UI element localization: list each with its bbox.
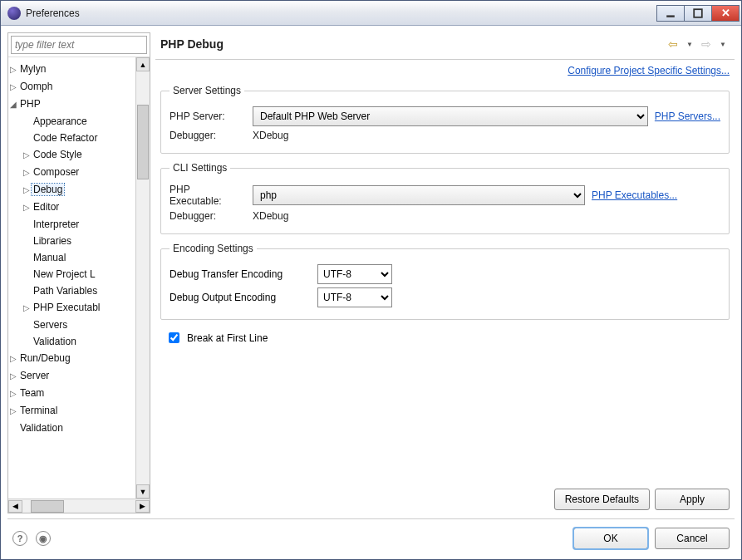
tree-item-manual[interactable]: Manual	[32, 252, 67, 263]
window-buttons: ✕	[657, 5, 740, 22]
break-first-line-label: Break at First Line	[187, 332, 268, 344]
window-title: Preferences	[26, 7, 80, 19]
tree-item-path-variables[interactable]: Path Variables	[32, 285, 99, 297]
restore-defaults-button[interactable]: Restore Defaults	[554, 489, 650, 510]
ok-button[interactable]: OK	[573, 528, 648, 549]
expand-icon[interactable]: ▷	[22, 199, 32, 216]
apply-button[interactable]: Apply	[655, 489, 730, 510]
expand-icon[interactable]: ▷	[8, 368, 18, 385]
collapse-icon[interactable]: ◢	[8, 96, 18, 113]
server-settings-legend: Server Settings	[170, 85, 244, 96]
cancel-button[interactable]: Cancel	[655, 528, 730, 549]
php-executable-select[interactable]: php	[253, 185, 585, 205]
tree-vscrollbar[interactable]: ▲ ▼	[135, 57, 150, 499]
expand-icon[interactable]: ▷	[22, 165, 32, 181]
tree-item-interpreter[interactable]: Interpreter	[32, 219, 81, 230]
cli-settings-group: CLI Settings PHP Executable: php PHP Exe…	[160, 162, 730, 234]
scroll-thumb[interactable]	[31, 500, 64, 513]
tree-item-appearance[interactable]: Appearance	[32, 115, 89, 127]
expand-icon[interactable]: ▷	[22, 300, 32, 317]
cli-debugger-label: Debugger:	[170, 210, 246, 222]
expand-icon[interactable]: ▷	[8, 403, 18, 420]
transfer-encoding-select[interactable]: UTF-8	[317, 264, 392, 284]
help-icon[interactable]: ?	[12, 531, 27, 546]
configure-project-link[interactable]: Configure Project Specific Settings...	[568, 65, 730, 76]
tree-item-server[interactable]: Server	[18, 370, 51, 381]
server-debugger-label: Debugger:	[170, 130, 246, 141]
tree-item-mylyn[interactable]: Mylyn	[18, 63, 47, 75]
import-export-icon[interactable]: ◉	[36, 531, 51, 546]
expand-icon[interactable]: ▷	[22, 182, 32, 199]
tree-item-debug[interactable]: Debug	[32, 184, 64, 195]
nav-back-menu-icon[interactable]: ▼	[683, 37, 696, 51]
tree-item-run-debug[interactable]: Run/Debug	[18, 352, 72, 364]
tree-item-oomph[interactable]: Oomph	[18, 81, 54, 92]
settings-pane: PHP Debug ⇦ ▼ ⇨ ▼ Configure Project Spec…	[155, 32, 735, 513]
scroll-thumb[interactable]	[137, 105, 149, 179]
tree-pane: ▷Mylyn ▷Oomph ◢PHP Appearance Code Refac…	[7, 32, 150, 513]
tree-item-team[interactable]: Team	[18, 387, 46, 399]
expand-icon[interactable]: ▷	[8, 61, 18, 78]
expand-icon[interactable]: ▷	[22, 147, 32, 164]
nav-back-icon[interactable]: ⇦	[666, 37, 680, 51]
nav-forward-menu-icon[interactable]: ▼	[716, 37, 730, 51]
titlebar[interactable]: Preferences ✕	[1, 1, 741, 26]
tree-item-servers[interactable]: Servers	[32, 319, 69, 331]
page-title: PHP Debug	[160, 37, 224, 51]
tree-item-code-style[interactable]: Code Style	[32, 149, 84, 160]
tree-hscrollbar[interactable]: ◀ ▶	[8, 499, 150, 513]
nav-forward-icon: ⇨	[700, 37, 713, 51]
scroll-right-icon[interactable]: ▶	[135, 500, 150, 513]
php-servers-link[interactable]: PHP Servers...	[655, 111, 720, 122]
tree-item-terminal[interactable]: Terminal	[18, 405, 59, 416]
encoding-settings-group: Encoding Settings Debug Transfer Encodin…	[160, 243, 730, 320]
transfer-encoding-label: Debug Transfer Encoding	[170, 268, 311, 280]
svg-rect-1	[694, 9, 702, 17]
server-debugger-value: XDebug	[253, 130, 288, 141]
eclipse-icon	[7, 7, 21, 20]
expand-icon[interactable]: ▷	[8, 79, 18, 96]
minimize-button[interactable]	[656, 5, 685, 22]
scroll-up-icon[interactable]: ▲	[136, 57, 150, 71]
tree-item-editor[interactable]: Editor	[32, 201, 61, 213]
tree-item-validation2[interactable]: Validation	[18, 422, 65, 434]
encoding-settings-legend: Encoding Settings	[170, 243, 257, 254]
expand-icon[interactable]: ▷	[8, 386, 18, 402]
server-settings-group: Server Settings PHP Server: Default PHP …	[160, 85, 730, 154]
php-server-label: PHP Server:	[170, 111, 246, 122]
expand-icon[interactable]: ▷	[8, 351, 18, 367]
tree-item-php[interactable]: PHP	[18, 98, 42, 110]
maximize-button[interactable]	[684, 5, 712, 22]
preference-tree[interactable]: ▷Mylyn ▷Oomph ◢PHP Appearance Code Refac…	[8, 57, 135, 440]
tree-item-validation[interactable]: Validation	[32, 336, 78, 347]
scroll-down-icon[interactable]: ▼	[136, 484, 150, 499]
tree-item-composer[interactable]: Composer	[32, 166, 81, 178]
php-server-select[interactable]: Default PHP Web Server	[253, 106, 648, 126]
tree-item-code-refactor[interactable]: Code Refactor	[32, 132, 99, 144]
scroll-left-icon[interactable]: ◀	[8, 500, 22, 513]
filter-input[interactable]	[11, 36, 147, 54]
output-encoding-label: Debug Output Encoding	[170, 292, 311, 303]
cli-settings-legend: CLI Settings	[170, 162, 230, 174]
cli-debugger-value: XDebug	[253, 210, 288, 222]
php-executables-link[interactable]: PHP Executables...	[592, 189, 677, 201]
break-first-line-checkbox[interactable]	[169, 332, 179, 343]
preferences-window: Preferences ✕ ▷Mylyn ▷Oomph	[0, 0, 742, 560]
output-encoding-select[interactable]: UTF-8	[317, 287, 392, 307]
php-executable-label: PHP Executable:	[170, 184, 246, 207]
tree-item-new-project[interactable]: New Project L	[32, 268, 97, 280]
close-button[interactable]: ✕	[711, 5, 740, 22]
tree-item-libraries[interactable]: Libraries	[32, 235, 73, 247]
tree-item-php-executables[interactable]: PHP Executabl	[32, 302, 102, 313]
